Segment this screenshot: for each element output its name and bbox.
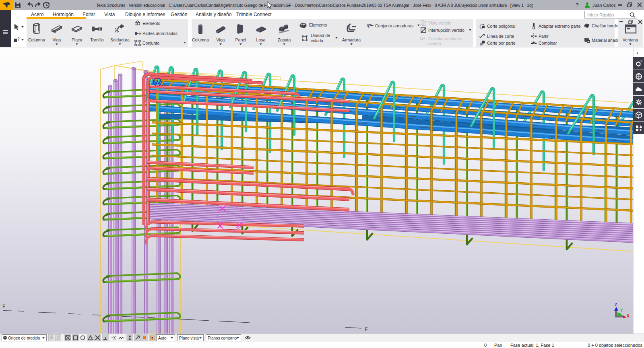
svg-text:X: X bbox=[627, 314, 630, 318]
svg-text:?: ? bbox=[640, 59, 642, 63]
svg-text:Y: Y bbox=[620, 308, 623, 313]
svg-text:?: ? bbox=[17, 37, 20, 41]
svg-text:F: F bbox=[365, 327, 367, 332]
svg-text:F: F bbox=[2, 304, 5, 309]
svg-text:Z: Z bbox=[615, 303, 617, 307]
